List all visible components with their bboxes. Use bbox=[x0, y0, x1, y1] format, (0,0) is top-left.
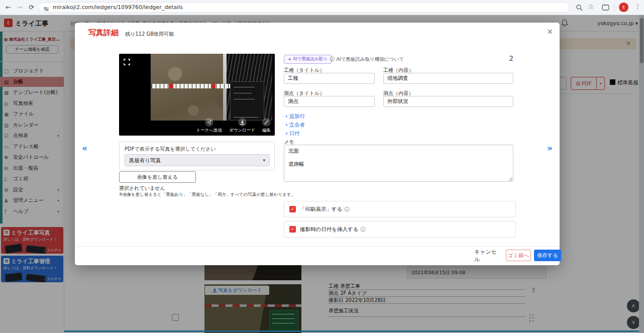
add-date-link[interactable]: ＋日付 bbox=[284, 130, 300, 137]
memo-textarea[interactable]: 北面 道路幅 bbox=[284, 145, 513, 182]
sokuten-content-input[interactable] bbox=[383, 96, 513, 107]
storage-remaining: 残り112 GB使用可能 bbox=[125, 31, 174, 38]
browser-forward-button[interactable]: → bbox=[14, 2, 25, 13]
add-row-link[interactable]: ＋追加行 bbox=[284, 113, 305, 120]
checked-checkbox-icon[interactable]: ✓ bbox=[289, 206, 296, 212]
sparkle-icon: ✦ bbox=[288, 57, 291, 62]
insert-date-option[interactable]: ✓ 撮影時の日付を挿入する ⓘ bbox=[284, 221, 516, 238]
browser-tools-icon[interactable] bbox=[602, 4, 609, 13]
construction-photo bbox=[151, 54, 272, 121]
screen: ← → ⟳ miraikoji2.com/ledgers/1099760/led… bbox=[0, 0, 644, 333]
info-icon: ⓘ bbox=[330, 56, 335, 62]
add-witness-link[interactable]: ＋立会者 bbox=[284, 122, 305, 129]
photo-edit-button[interactable]: 編集 bbox=[262, 118, 271, 134]
download-icon bbox=[238, 118, 247, 127]
checked-checkbox-icon[interactable]: ✓ bbox=[289, 226, 296, 233]
pdf-photo-panel: PDFで表示する写真を選択してください 黒板有り写真 ▾ bbox=[119, 142, 275, 170]
chevron-down-icon: ▾ bbox=[263, 155, 265, 166]
koushu-title-input[interactable] bbox=[284, 73, 375, 84]
trash-button[interactable]: ゴミ箱へ bbox=[506, 250, 531, 261]
photo-detail-modal: 写真詳細 残り112 GB使用可能 × bbox=[75, 23, 560, 265]
photo-download-button[interactable]: ダウンロード bbox=[229, 118, 255, 134]
browser-reload-button[interactable]: ⟳ bbox=[26, 2, 37, 13]
ai-blackboard-read-button[interactable]: ✦ AIで黒板読み取り bbox=[284, 55, 332, 64]
sokuten-title-input[interactable] bbox=[284, 96, 375, 107]
photo-page-number: 2 bbox=[499, 54, 513, 62]
replace-image-button[interactable]: 画像を差し替える bbox=[119, 171, 196, 183]
fullscreen-icon[interactable] bbox=[124, 58, 130, 67]
info-icon[interactable]: ⓘ bbox=[345, 206, 350, 213]
info-icon[interactable]: ⓘ bbox=[360, 226, 365, 233]
pdf-select-label: PDFで表示する写真を選択してください bbox=[125, 146, 216, 153]
site-settings-icon[interactable] bbox=[43, 5, 49, 14]
prev-photo-arrow[interactable]: « bbox=[82, 143, 87, 153]
browser-chrome: ← → ⟳ miraikoji2.com/ledgers/1099760/led… bbox=[0, 0, 644, 15]
search-icon[interactable] bbox=[576, 4, 583, 13]
modal-title: 写真詳細 bbox=[88, 28, 119, 38]
address-bar[interactable]: miraikoji2.com/ledgers/1099760/ledger_de… bbox=[38, 2, 570, 13]
replace-note: ※画像を差し替えると「黒板あり」「黒板なし」「両方」すべての写真が差し替わります… bbox=[119, 192, 400, 198]
pdf-photo-select[interactable]: 黒板有り写真 ▾ bbox=[125, 154, 270, 166]
url-text: miraikoji2.com/ledgers/1099760/ledger_de… bbox=[53, 3, 560, 12]
pencil-icon bbox=[262, 118, 271, 127]
browser-back-button[interactable]: ← bbox=[3, 2, 14, 13]
blackboard bbox=[230, 81, 264, 121]
ai-help-link[interactable]: ⓘ AIで黒板読み取り機能について bbox=[330, 56, 404, 63]
modal-footer-divider bbox=[75, 246, 560, 247]
cancel-button[interactable]: キャンセル bbox=[474, 250, 502, 261]
modal-close-icon[interactable]: × bbox=[547, 27, 553, 36]
save-button[interactable]: 保存する bbox=[534, 250, 561, 261]
koushu-content-input[interactable] bbox=[383, 73, 513, 84]
browser-avatar[interactable]: ミ bbox=[619, 3, 628, 12]
send-to-talk-button[interactable]: トークへ送信 bbox=[196, 118, 222, 134]
next-photo-arrow[interactable]: » bbox=[547, 143, 553, 153]
bookmark-star-icon[interactable]: ☆ bbox=[588, 3, 594, 11]
chrome-divider bbox=[614, 4, 614, 12]
send-icon bbox=[205, 118, 213, 127]
photo-viewer[interactable]: トークへ送信 ダウンロード 編集 bbox=[119, 54, 275, 136]
browser-menu-icon[interactable]: ⋮ bbox=[634, 3, 641, 10]
replace-status: 選択されていません bbox=[119, 185, 165, 192]
print-display-option[interactable]: ✓ 「印刷表示」する ⓘ bbox=[284, 201, 516, 217]
measuring-tape bbox=[152, 84, 235, 88]
